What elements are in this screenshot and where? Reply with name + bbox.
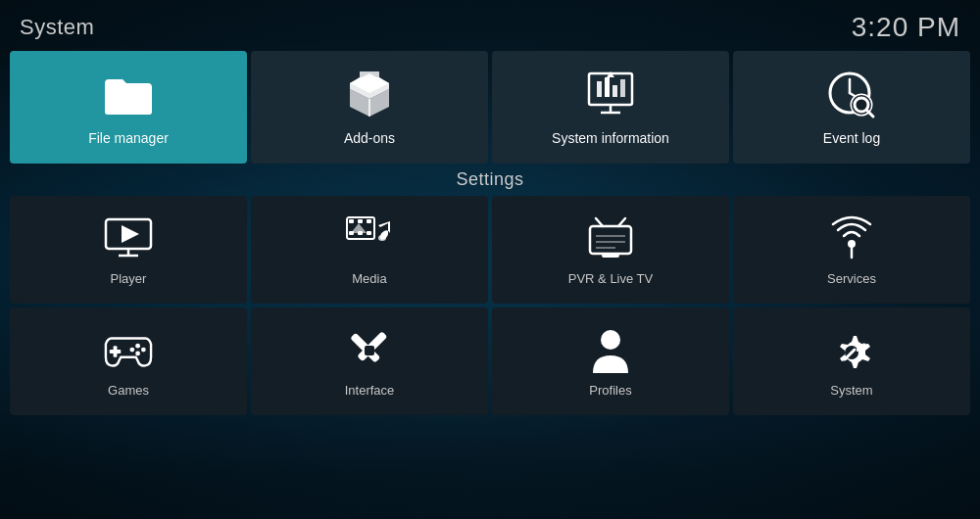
pvr-label: PVR & Live TV [568, 271, 653, 286]
tile-system-information[interactable]: System information [492, 51, 729, 164]
svg-rect-4 [612, 85, 617, 97]
event-log-label: Event log [823, 130, 880, 146]
player-icon [104, 214, 153, 263]
tile-file-manager[interactable]: File manager [10, 51, 247, 164]
svg-rect-39 [110, 350, 122, 354]
profiles-icon [586, 326, 635, 375]
interface-icon [345, 326, 394, 375]
tile-add-ons[interactable]: Add-ons [251, 51, 488, 164]
svg-point-47 [601, 330, 620, 350]
event-log-icon [826, 70, 877, 120]
settings-title: Settings [10, 169, 970, 190]
svg-point-43 [129, 347, 134, 352]
clock: 3:20 PM [852, 12, 960, 43]
top-tiles-row: File manager Add-ons [0, 51, 980, 164]
services-icon [827, 214, 876, 263]
player-label: Player [111, 271, 147, 286]
svg-marker-17 [122, 225, 139, 243]
add-ons-label: Add-ons [344, 130, 395, 146]
svg-rect-5 [620, 79, 625, 97]
tile-event-log[interactable]: Event log [733, 51, 970, 164]
svg-point-42 [135, 351, 140, 355]
system-information-label: System information [552, 130, 669, 146]
svg-marker-27 [351, 223, 367, 233]
services-label: Services [827, 271, 876, 286]
file-manager-label: File manager [88, 130, 169, 146]
svg-rect-35 [602, 254, 619, 258]
file-manager-icon [103, 70, 154, 120]
tile-media[interactable]: Media [251, 196, 488, 304]
tile-system[interactable]: System [733, 307, 970, 415]
tile-interface[interactable]: Interface [251, 307, 488, 415]
settings-row-2: Games Interface [10, 307, 970, 415]
system-information-icon [585, 70, 636, 120]
svg-rect-2 [597, 81, 602, 97]
games-icon [104, 326, 153, 375]
add-ons-icon [344, 70, 395, 120]
tile-profiles[interactable]: Profiles [492, 307, 729, 415]
svg-rect-22 [358, 219, 363, 223]
svg-rect-0 [105, 87, 152, 115]
svg-rect-26 [367, 231, 371, 235]
system-label: System [830, 383, 872, 398]
svg-rect-21 [349, 219, 354, 223]
svg-point-28 [378, 235, 386, 241]
svg-point-41 [141, 347, 146, 352]
tile-pvr-live-tv[interactable]: PVR & Live TV [492, 196, 729, 304]
svg-rect-23 [367, 219, 371, 223]
games-label: Games [108, 383, 149, 398]
pvr-icon [586, 214, 635, 263]
settings-section: Settings Player [0, 169, 980, 415]
page-title: System [20, 15, 94, 40]
system-icon [827, 326, 876, 375]
svg-rect-29 [590, 226, 631, 254]
media-label: Media [352, 271, 386, 286]
settings-row-1: Player [10, 196, 970, 304]
svg-rect-3 [605, 77, 610, 97]
interface-label: Interface [345, 383, 395, 398]
tile-services[interactable]: Services [733, 196, 970, 304]
svg-rect-46 [365, 346, 374, 355]
profiles-label: Profiles [589, 383, 631, 398]
svg-rect-1 [589, 73, 632, 105]
tile-player[interactable]: Player [10, 196, 247, 304]
header: System 3:20 PM [0, 0, 980, 51]
svg-point-40 [135, 343, 140, 348]
svg-line-15 [867, 111, 873, 117]
tile-games[interactable]: Games [10, 307, 247, 415]
media-icon [345, 214, 394, 263]
